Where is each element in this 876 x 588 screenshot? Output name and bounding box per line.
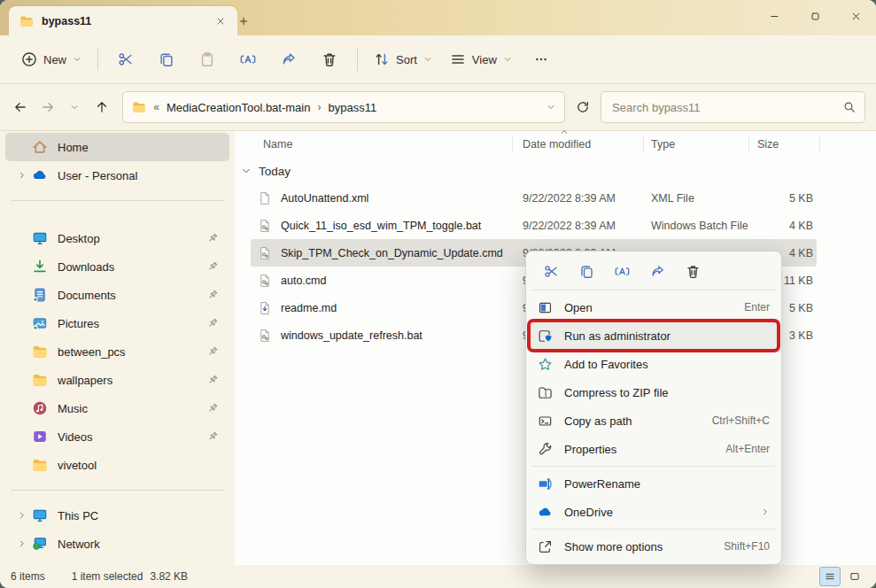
- chevron-right-icon[interactable]: [12, 171, 32, 180]
- close-window-button[interactable]: [835, 0, 876, 32]
- rename-button[interactable]: [228, 43, 268, 75]
- paste-button[interactable]: [187, 43, 228, 75]
- sidebar-item-videos[interactable]: Videos: [5, 422, 229, 451]
- folder-icon: [32, 344, 48, 360]
- cut-button[interactable]: [105, 43, 146, 75]
- column-header-name[interactable]: Name: [263, 131, 292, 158]
- tab-bypass11[interactable]: bypass11: [9, 6, 237, 35]
- column-header-type[interactable]: Type: [651, 131, 675, 158]
- view-button[interactable]: View: [441, 44, 521, 74]
- rename-icon[interactable]: [615, 264, 630, 279]
- sidebar-item-downloads[interactable]: Downloads: [5, 252, 229, 281]
- file-row[interactable]: Quick_11_iso_esd_wim_TPM_toggle.bat 9/22…: [251, 212, 817, 239]
- column-divider[interactable]: [819, 135, 820, 153]
- new-button[interactable]: New: [12, 44, 90, 74]
- address-dropdown-icon[interactable]: [547, 103, 555, 112]
- close-icon: [216, 17, 225, 26]
- file-row[interactable]: AutoUnattend.xml 9/22/2022 8:39 AM XML F…: [251, 184, 817, 212]
- sidebar-item-wallpapers[interactable]: wallpapers: [5, 366, 229, 394]
- menu-item-copy-as-path[interactable]: Copy as path Ctrl+Shift+C: [530, 406, 778, 435]
- maximize-icon: [810, 12, 820, 21]
- sidebar-item-music[interactable]: Music: [5, 394, 229, 422]
- details-view-button[interactable]: [819, 567, 841, 586]
- sidebar-item-this-pc[interactable]: This PC: [5, 501, 229, 530]
- sidebar-item-pictures[interactable]: Pictures: [5, 309, 229, 337]
- forward-button[interactable]: [35, 93, 62, 121]
- sidebar-item-label: Downloads: [58, 260, 206, 274]
- group-header-today[interactable]: Today: [235, 158, 876, 184]
- network-icon: [32, 536, 48, 552]
- menu-item-show-more-options[interactable]: Show more options Shift+F10: [530, 532, 778, 561]
- menu-item-open[interactable]: Open Enter: [530, 293, 778, 321]
- sidebar-item-desktop[interactable]: Desktop: [5, 224, 229, 252]
- search-box: [601, 91, 865, 123]
- file-bat-icon: [258, 274, 272, 288]
- menu-item-add-to-favorites[interactable]: Add to Favorites: [530, 350, 778, 378]
- breadcrumb-ellipsis[interactable]: «: [153, 101, 159, 113]
- large-icons-view-button[interactable]: [844, 567, 865, 586]
- refresh-button[interactable]: [569, 93, 597, 121]
- pictures-icon: [32, 315, 48, 331]
- column-header-size[interactable]: Size: [757, 131, 779, 158]
- share-button[interactable]: [268, 43, 309, 75]
- open-icon: [538, 300, 553, 315]
- menu-item-powerrename[interactable]: PowerRename: [530, 469, 778, 498]
- copy-button[interactable]: [146, 43, 187, 75]
- sidebar-item-between-pcs[interactable]: between_pcs: [5, 337, 229, 366]
- sidebar-divider: [11, 490, 224, 491]
- menu-divider: [531, 290, 776, 290]
- pin-icon: [206, 289, 219, 301]
- sidebar-item-home[interactable]: Home: [5, 133, 229, 161]
- column-divider[interactable]: [748, 135, 749, 153]
- column-header-date[interactable]: Date modified: [523, 131, 591, 158]
- file-size: 4 KB: [789, 247, 813, 259]
- maximize-button[interactable]: [795, 0, 835, 32]
- chevron-right-icon[interactable]: [12, 511, 32, 520]
- minimize-button[interactable]: [754, 0, 795, 32]
- chevron-down-icon: [423, 55, 432, 64]
- menu-item-run-as-administrator[interactable]: Run as administrator: [530, 321, 778, 350]
- breadcrumb-separator: ›: [317, 101, 321, 113]
- menu-item-onedrive[interactable]: OneDrive: [530, 498, 778, 526]
- column-divider[interactable]: [643, 135, 644, 153]
- tab-folder-icon: [19, 14, 34, 28]
- sidebar-item-network[interactable]: Network: [5, 530, 229, 558]
- copy-icon[interactable]: [579, 264, 594, 279]
- column-divider[interactable]: [512, 135, 513, 153]
- sidebar-item-documents[interactable]: Documents: [5, 281, 229, 309]
- menu-item-properties[interactable]: Properties Alt+Enter: [530, 435, 778, 463]
- selection-size: 3.82 KB: [150, 570, 188, 583]
- navigation-pane: Home User - Personal Desktop Downloads D…: [0, 131, 235, 565]
- sidebar-item-label: Videos: [58, 430, 206, 444]
- cut-icon[interactable]: [544, 264, 559, 279]
- breadcrumb-current[interactable]: bypass11: [328, 101, 376, 114]
- search-input[interactable]: [610, 100, 836, 115]
- back-button[interactable]: [7, 93, 35, 121]
- chevron-right-icon[interactable]: [12, 539, 32, 548]
- delete-icon[interactable]: [686, 264, 701, 279]
- breadcrumb-root[interactable]: MediaCreationTool.bat-main: [167, 101, 311, 114]
- sidebar-item-vivetool[interactable]: vivetool: [5, 451, 229, 479]
- sidebar-item-label: Network: [58, 538, 206, 551]
- favorites-icon: [538, 357, 553, 372]
- new-tab-button[interactable]: [232, 12, 255, 31]
- menu-item-label: Add to Favorites: [564, 358, 758, 371]
- delete-button[interactable]: [309, 43, 350, 75]
- breadcrumb[interactable]: « MediaCreationTool.bat-main › bypass11: [122, 91, 564, 123]
- share-icon[interactable]: [650, 264, 665, 279]
- menu-item-compress-to-zip-file[interactable]: Compress to ZIP file: [530, 378, 778, 406]
- more-options-button[interactable]: [521, 43, 562, 75]
- chevron-down-icon: [503, 55, 512, 64]
- recent-locations-button[interactable]: [61, 93, 89, 121]
- downloads-icon: [32, 259, 48, 275]
- sort-button[interactable]: Sort: [365, 44, 441, 74]
- file-type: XML File: [651, 192, 694, 205]
- up-button[interactable]: [89, 93, 116, 121]
- paste-icon: [199, 51, 215, 67]
- group-collapse-icon[interactable]: [241, 166, 252, 176]
- pin-icon: [206, 374, 219, 386]
- view-icon: [450, 51, 466, 67]
- tab-close-button[interactable]: [211, 12, 230, 31]
- menu-item-shortcut: Enter: [744, 301, 770, 313]
- sidebar-item-user-personal[interactable]: User - Personal: [5, 161, 229, 190]
